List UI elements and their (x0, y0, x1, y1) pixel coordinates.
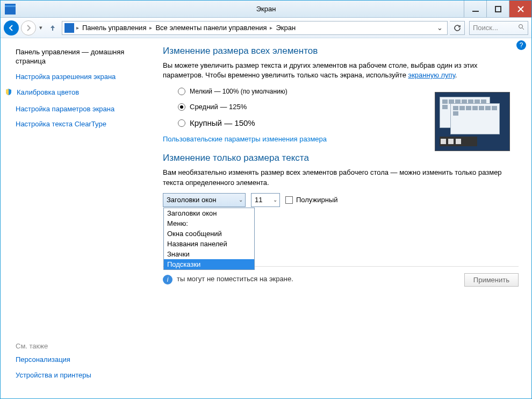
magnifier-link[interactable]: экранную лупу (408, 71, 455, 79)
chevron-down-icon: ⌄ (239, 197, 243, 203)
chevron-right-icon: ▸ (149, 25, 152, 31)
maximize-button[interactable] (486, 1, 509, 17)
dropdown-option[interactable]: Заголовки окон (164, 208, 254, 218)
dropdown-option[interactable]: Окна сообщений (164, 229, 254, 239)
sidebar-link-personalization[interactable]: Персонализация (16, 355, 136, 365)
search-icon (518, 24, 524, 32)
window: Экран ▾ ▸ Панель управления ▸ Все элемен… (0, 0, 532, 399)
svg-rect-3 (495, 6, 501, 12)
shield-icon (5, 88, 13, 98)
dropdown-option[interactable]: Подсказки (164, 259, 254, 269)
nav-toolbar: ▾ ▸ Панель управления ▸ Все элементы пан… (1, 18, 531, 38)
see-also-heading: См. также (16, 342, 136, 350)
breadcrumb-segment[interactable]: Панель управления (80, 24, 148, 32)
svg-point-4 (519, 25, 523, 28)
svg-rect-1 (5, 5, 16, 7)
element-dropdown: Заголовки окон Меню: Окна сообщений Назв… (163, 208, 255, 270)
titlebar: Экран (1, 1, 531, 18)
main-content: ? Изменение размера всех элементов Вы мо… (141, 38, 531, 398)
breadcrumb-segment[interactable]: Все элементы панели управления (153, 24, 269, 32)
back-button[interactable] (4, 20, 19, 35)
info-icon: i (163, 275, 172, 284)
address-bar[interactable]: ▸ Панель управления ▸ Все элементы панел… (62, 21, 448, 35)
address-dropdown-button[interactable]: ⌄ (435, 24, 445, 32)
help-button[interactable]: ? (516, 40, 526, 50)
fontsize-combo[interactable]: 11 ⌄ (251, 193, 280, 207)
bold-checkbox[interactable]: Полужирный (285, 196, 338, 204)
forward-button[interactable] (21, 20, 36, 35)
radio-icon (178, 119, 185, 127)
section-description: Вы можете увеличить размер текста и друг… (163, 61, 519, 80)
section-description-2: Вам необязательно изменять размер всех э… (163, 168, 519, 187)
search-input[interactable]: Поиск... (469, 21, 528, 35)
breadcrumb-segment[interactable]: Экран (274, 24, 298, 32)
up-button[interactable] (46, 21, 60, 35)
window-title: Экран (1, 5, 531, 13)
search-placeholder: Поиск... (473, 24, 498, 32)
minimize-button[interactable] (464, 1, 486, 17)
sidebar: Панель управления — домашняя страница На… (1, 38, 141, 398)
sidebar-link-calibration[interactable]: Калибровка цветов (16, 88, 136, 98)
element-combo[interactable]: Заголовки окон ⌄ Заголовки окон Меню: Ок… (163, 193, 246, 207)
dropdown-option[interactable]: Значки (164, 249, 254, 259)
preview-image (435, 92, 510, 151)
sidebar-home-link[interactable]: Панель управления — домашняя страница (16, 48, 136, 66)
radio-icon (178, 103, 185, 111)
overflow-note: ты могут не поместиться на экране. (177, 275, 293, 284)
apply-button[interactable]: Применить (464, 273, 519, 287)
refresh-button[interactable] (450, 21, 465, 35)
section-heading-size: Изменение размера всех элементов (163, 46, 519, 56)
chevron-right-icon: ▸ (270, 25, 272, 31)
dropdown-option[interactable]: Названия панелей (164, 239, 254, 249)
checkbox-icon (285, 196, 293, 204)
chevron-right-icon: ▸ (76, 25, 79, 31)
app-icon (5, 4, 16, 15)
sidebar-link-devices[interactable]: Устройства и принтеры (16, 371, 136, 380)
recent-locations-button[interactable]: ▾ (38, 24, 44, 31)
section-heading-textsize: Изменение только размера текста (163, 153, 519, 163)
dropdown-option[interactable]: Меню: (164, 218, 254, 229)
sidebar-link-cleartype[interactable]: Настройка текста ClearType (16, 120, 136, 129)
close-button[interactable] (509, 1, 531, 17)
sidebar-link-params[interactable]: Настройка параметров экрана (16, 105, 136, 114)
svg-rect-2 (472, 11, 479, 12)
location-icon (64, 23, 74, 33)
chevron-down-icon: ⌄ (273, 197, 277, 203)
radio-icon (178, 88, 185, 95)
sidebar-link-resolution[interactable]: Настройка разрешения экрана (16, 73, 136, 82)
